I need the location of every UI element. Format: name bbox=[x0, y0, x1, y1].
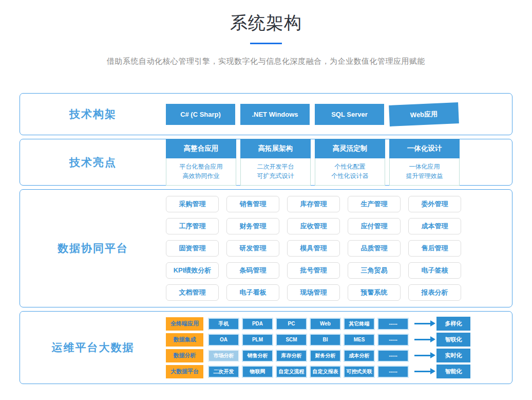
ops-item: Web bbox=[310, 318, 341, 330]
module-cell: 文档管理 bbox=[166, 284, 219, 301]
highlight-card-header: 高灵活定制 bbox=[315, 139, 385, 158]
highlight-line: 提升管理效益 bbox=[390, 171, 459, 180]
ops-item-more: ----- bbox=[377, 350, 409, 362]
section-data-platform: 数据协同平台 采购管理 销售管理 库存管理 生产管理 委外管理 工序管理 财务管… bbox=[20, 189, 512, 307]
module-cell: 应收管理 bbox=[287, 218, 340, 234]
title-underline bbox=[250, 43, 282, 44]
section-tech-framework-label: 技术构架 bbox=[20, 107, 166, 121]
tech-button-csharp: C# (C Sharp) bbox=[166, 104, 235, 125]
right-arrow-icon bbox=[414, 355, 431, 356]
right-arrow-icon bbox=[414, 323, 431, 324]
highlight-line: 个性化设计器 bbox=[315, 171, 385, 180]
highlight-card-header: 高拓展架构 bbox=[240, 139, 311, 158]
module-cell: 模具管理 bbox=[287, 240, 340, 257]
module-cell: 销售管理 bbox=[226, 196, 279, 212]
section-tech-highlights-label: 技术亮点 bbox=[20, 155, 166, 170]
highlight-card: 高灵活定制 个性化配置 个性化设计器 bbox=[315, 139, 385, 186]
highlight-card: 高整合应用 平台化整合应用 高效协同作业 bbox=[166, 139, 236, 186]
module-cell: 库存管理 bbox=[287, 196, 340, 212]
highlight-card-header: 高整合应用 bbox=[166, 139, 236, 158]
highlight-card-header: 一体化设计 bbox=[389, 139, 460, 158]
module-cell: 应付管理 bbox=[348, 218, 401, 234]
section-ops-bigdata: 运维平台大数据 全终端应用 手机 PDA PC Web 其它终端 ----- 多… bbox=[20, 311, 512, 384]
ops-item: 其它终端 bbox=[344, 318, 375, 330]
tech-button-webapp: Web应用 bbox=[389, 102, 459, 126]
ops-item: BI bbox=[310, 334, 341, 346]
ops-result: 实时化 bbox=[436, 349, 470, 362]
highlight-card: 高拓展架构 二次开发平台 可扩充式设计 bbox=[240, 139, 311, 186]
section-tech-framework: 技术构架 C# (C Sharp) .NET Windows SQL Serve… bbox=[20, 93, 512, 135]
highlight-line: 平台化整合应用 bbox=[166, 162, 236, 171]
ops-item: SCM bbox=[276, 334, 307, 346]
ops-item: PLM bbox=[242, 334, 273, 346]
module-cell: 采购管理 bbox=[166, 196, 219, 212]
highlight-cards-row: 高整合应用 平台化整合应用 高效协同作业 高拓展架构 二次开发平台 可扩充式设计… bbox=[166, 139, 460, 186]
ops-item: OA bbox=[208, 334, 239, 346]
ops-category: 数据分析 bbox=[166, 349, 203, 362]
module-cell: 品质管理 bbox=[348, 240, 401, 257]
module-cell: 条码管理 bbox=[226, 262, 279, 279]
page-subtitle: 借助系统自动化核心管理引擎，实现数字化与信息化深度融合，为企业数值化管理应用赋能 bbox=[0, 57, 532, 66]
module-cell: 批号管理 bbox=[287, 262, 340, 279]
ops-row-integration: 数据集成 OA PLM SCM BI MES ----- 智联化 bbox=[166, 333, 470, 347]
page-header: 系统架构 借助系统自动化核心管理引擎，实现数字化与信息化深度融合，为企业数值化管… bbox=[0, 0, 532, 66]
module-cell: 现场管理 bbox=[287, 284, 340, 301]
ops-item: 自定义流程 bbox=[276, 366, 307, 378]
module-cell: 工序管理 bbox=[166, 218, 219, 234]
module-cell: 电子签核 bbox=[408, 262, 461, 279]
ops-item: 销售分析 bbox=[242, 350, 273, 362]
ops-item: 市场分析 bbox=[208, 350, 239, 362]
ops-row-analysis: 数据分析 市场分析 销售分析 库存分析 财务分析 成本分析 ----- 实时化 bbox=[166, 349, 470, 362]
highlight-card: 一体化设计 一体化应用 提升管理效益 bbox=[389, 139, 460, 186]
module-grid: 采购管理 销售管理 库存管理 生产管理 委外管理 工序管理 财务管理 应收管理 … bbox=[166, 196, 461, 301]
module-cell: 成本管理 bbox=[408, 218, 461, 234]
highlight-card-body: 平台化整合应用 高效协同作业 bbox=[166, 158, 236, 186]
highlight-card-body: 二次开发平台 可扩充式设计 bbox=[240, 158, 311, 186]
module-cell: 预警系统 bbox=[348, 284, 401, 301]
section-data-platform-label: 数据协同平台 bbox=[20, 241, 166, 256]
right-arrow-icon bbox=[414, 339, 431, 340]
highlight-line: 二次开发平台 bbox=[241, 162, 310, 171]
ops-result: 智能化 bbox=[436, 365, 470, 378]
module-cell: 固资管理 bbox=[166, 240, 219, 257]
highlight-card-body: 个性化配置 个性化设计器 bbox=[315, 158, 385, 186]
highlight-line: 可扩充式设计 bbox=[241, 171, 310, 180]
ops-item-more: ----- bbox=[377, 366, 409, 378]
module-cell: 报表分析 bbox=[408, 284, 461, 301]
section-tech-highlights: 技术亮点 高整合应用 平台化整合应用 高效协同作业 高拓展架构 二次开发平台 可… bbox=[20, 139, 512, 186]
module-cell: 售后管理 bbox=[408, 240, 461, 257]
ops-item: 自定义报表 bbox=[310, 366, 341, 378]
tech-button-dotnet: .NET Windows bbox=[240, 104, 310, 125]
ops-item-more: ----- bbox=[377, 334, 409, 346]
ops-item-more: ----- bbox=[377, 318, 409, 330]
ops-item: 二次开发 bbox=[208, 366, 239, 378]
section-ops-bigdata-label: 运维平台大数据 bbox=[20, 340, 166, 355]
module-cell: 委外管理 bbox=[408, 196, 461, 212]
ops-result: 智联化 bbox=[436, 333, 470, 347]
ops-item: 物联网 bbox=[242, 366, 273, 378]
ops-category: 全终端应用 bbox=[166, 317, 203, 331]
module-cell: 三角贸易 bbox=[348, 262, 401, 279]
ops-item: PDA bbox=[242, 318, 273, 330]
module-cell: 电子看板 bbox=[226, 284, 279, 301]
ops-item: MES bbox=[344, 334, 375, 346]
module-cell: KPI绩效分析 bbox=[166, 262, 219, 279]
module-cell: 生产管理 bbox=[348, 196, 401, 212]
ops-item: 财务分析 bbox=[310, 350, 341, 362]
ops-row-terminals: 全终端应用 手机 PDA PC Web 其它终端 ----- 多样化 bbox=[166, 317, 470, 331]
module-cell: 研发管理 bbox=[226, 240, 279, 257]
ops-category: 大数据平台 bbox=[166, 365, 203, 378]
ops-item: 成本分析 bbox=[344, 350, 375, 362]
ops-item: PC bbox=[276, 318, 307, 330]
highlight-line: 个性化配置 bbox=[315, 162, 385, 171]
ops-result: 多样化 bbox=[436, 317, 470, 331]
ops-category: 数据集成 bbox=[166, 333, 203, 347]
tech-button-sqlserver: SQL Server bbox=[315, 104, 384, 125]
module-cell: 财务管理 bbox=[226, 218, 279, 234]
ops-rows: 全终端应用 手机 PDA PC Web 其它终端 ----- 多样化 数据集成 … bbox=[166, 317, 470, 378]
ops-item: 手机 bbox=[208, 318, 239, 330]
right-arrow-icon bbox=[414, 371, 431, 372]
page-title: 系统架构 bbox=[0, 0, 532, 35]
highlight-card-body: 一体化应用 提升管理效益 bbox=[389, 158, 460, 186]
ops-item: 可控式关联 bbox=[344, 366, 375, 378]
